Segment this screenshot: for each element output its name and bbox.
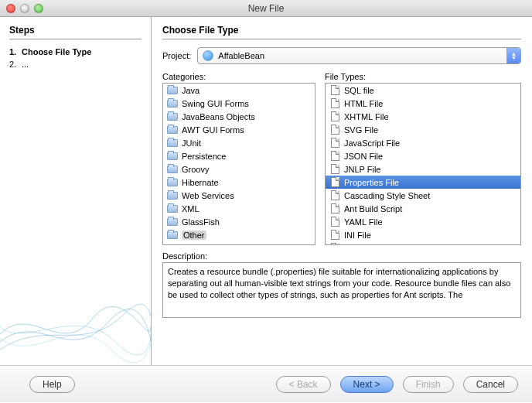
project-label: Project: xyxy=(162,51,191,60)
filetype-item[interactable]: XHTML File xyxy=(326,110,520,123)
button-bar: Help < Back Next > Finish Cancel xyxy=(0,365,532,402)
category-label: JUnit xyxy=(182,138,201,148)
filetype-item[interactable]: Custom Ant Task xyxy=(326,241,520,244)
filetype-item[interactable]: YAML File xyxy=(326,215,520,228)
main-panel: Choose File Type Project: AffableBean ▲▼… xyxy=(152,17,532,365)
filetype-item[interactable]: Properties File xyxy=(326,176,520,189)
folder-icon xyxy=(166,138,179,149)
window-title: New File xyxy=(0,3,532,14)
filetype-item[interactable]: JavaScript File xyxy=(326,136,520,149)
category-item[interactable]: XML xyxy=(163,202,315,215)
filetype-item[interactable]: SVG File xyxy=(326,123,520,136)
folder-icon xyxy=(166,151,179,162)
filetype-item[interactable]: SQL file xyxy=(326,84,520,97)
category-label: Other xyxy=(182,231,206,240)
categories-label: Categories: xyxy=(162,72,315,81)
filetypes-listbox[interactable]: SQL fileHTML FileXHTML FileSVG FileJavaS… xyxy=(325,83,521,245)
filetype-item[interactable]: JSON File xyxy=(326,149,520,162)
next-button[interactable]: Next > xyxy=(340,376,394,393)
category-item[interactable]: Other xyxy=(163,228,315,241)
step-1: 1.Choose File Type xyxy=(9,46,142,58)
filetype-label: Ant Build Script xyxy=(344,204,402,213)
filetype-label: SVG File xyxy=(344,125,378,135)
back-button[interactable]: < Back xyxy=(276,376,331,393)
category-item[interactable]: JavaBeans Objects xyxy=(163,110,315,123)
step-2: 2.... xyxy=(9,58,142,70)
file-icon xyxy=(329,151,341,162)
folder-icon xyxy=(166,217,179,227)
file-icon xyxy=(329,85,341,96)
zoom-window-button[interactable] xyxy=(34,4,43,13)
help-button[interactable]: Help xyxy=(29,376,75,393)
filetype-label: JNLP File xyxy=(344,165,380,174)
category-item[interactable]: Groovy xyxy=(163,162,315,176)
file-icon xyxy=(329,138,341,149)
category-label: Hibernate xyxy=(182,178,219,187)
folder-icon xyxy=(166,111,179,122)
folder-icon xyxy=(166,177,179,188)
file-icon xyxy=(329,217,341,227)
steps-heading: Steps xyxy=(9,25,142,39)
category-label: GlassFish xyxy=(182,217,220,227)
filetype-label: Cascading Style Sheet xyxy=(344,191,430,200)
finish-button[interactable]: Finish xyxy=(403,376,454,393)
close-window-button[interactable] xyxy=(6,4,15,13)
project-value: AffableBean xyxy=(218,51,264,60)
folder-icon xyxy=(166,164,179,175)
combobox-arrows-icon: ▲▼ xyxy=(506,48,520,63)
category-label: Swing GUI Forms xyxy=(182,99,249,108)
globe-icon xyxy=(203,50,213,61)
category-label: Java xyxy=(182,86,200,95)
categories-listbox[interactable]: JavaSwing GUI FormsJavaBeans ObjectsAWT … xyxy=(162,83,315,245)
file-icon xyxy=(329,190,341,201)
filetype-label: JSON File xyxy=(344,152,383,161)
decorative-waves xyxy=(0,280,151,365)
category-label: Groovy xyxy=(182,165,209,174)
filetype-label: HTML File xyxy=(344,99,383,108)
description-box[interactable]: Creates a resource bundle (.properties) … xyxy=(162,262,521,318)
folder-icon xyxy=(166,125,179,135)
file-icon xyxy=(329,125,341,135)
filetype-label: INI File xyxy=(344,231,371,240)
file-icon xyxy=(329,230,341,241)
project-combobox[interactable]: AffableBean ▲▼ xyxy=(197,47,521,64)
file-icon xyxy=(329,203,341,214)
filetype-label: Properties File xyxy=(344,178,399,187)
steps-list: 1.Choose File Type 2.... xyxy=(9,46,142,70)
category-item[interactable]: Persistence xyxy=(163,149,315,162)
category-label: AWT GUI Forms xyxy=(182,125,244,135)
filetype-item[interactable]: Ant Build Script xyxy=(326,202,520,215)
main-heading: Choose File Type xyxy=(162,25,521,39)
description-text: Creates a resource bundle (.properties) … xyxy=(168,267,510,299)
category-item[interactable]: Web Services xyxy=(163,189,315,202)
filetype-item[interactable]: HTML File xyxy=(326,97,520,110)
description-label: Description: xyxy=(162,251,521,261)
folder-icon xyxy=(166,190,179,201)
minimize-window-button[interactable] xyxy=(20,4,29,13)
filetype-label: Custom Ant Task xyxy=(344,244,408,245)
filetype-label: JavaScript File xyxy=(344,138,400,148)
category-label: JavaBeans Objects xyxy=(182,112,255,121)
project-row: Project: AffableBean ▲▼ xyxy=(162,47,521,64)
category-item[interactable]: Swing GUI Forms xyxy=(163,97,315,110)
category-item[interactable]: GlassFish xyxy=(163,215,315,228)
category-item[interactable]: JUnit xyxy=(163,136,315,149)
category-item[interactable]: Java xyxy=(163,84,315,97)
filetype-item[interactable]: INI File xyxy=(326,228,520,241)
file-icon xyxy=(329,243,341,245)
file-icon xyxy=(329,164,341,175)
category-item[interactable]: Hibernate xyxy=(163,176,315,189)
category-item[interactable]: AWT GUI Forms xyxy=(163,123,315,136)
filetype-label: XHTML File xyxy=(344,112,389,121)
filetype-label: YAML File xyxy=(344,217,383,227)
folder-icon xyxy=(166,230,179,241)
folder-icon xyxy=(166,98,179,109)
filetype-item[interactable]: Cascading Style Sheet xyxy=(326,189,520,202)
cancel-button[interactable]: Cancel xyxy=(463,376,518,393)
file-icon xyxy=(329,111,341,122)
window-controls xyxy=(6,4,43,13)
category-label: XML xyxy=(182,204,200,213)
category-label: Persistence xyxy=(182,152,226,161)
filetype-item[interactable]: JNLP File xyxy=(326,162,520,176)
file-icon xyxy=(329,177,341,188)
